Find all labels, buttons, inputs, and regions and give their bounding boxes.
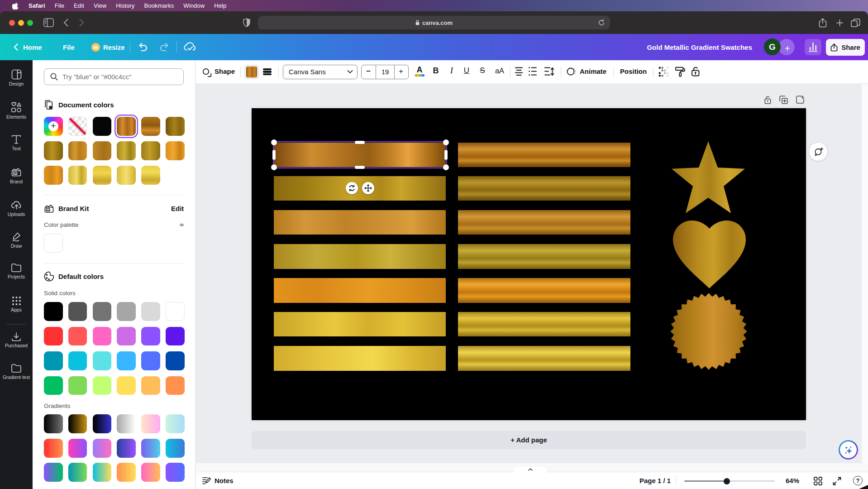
svg-text:co.: co. [14,173,17,175]
svg-text:co.: co. [47,209,50,211]
